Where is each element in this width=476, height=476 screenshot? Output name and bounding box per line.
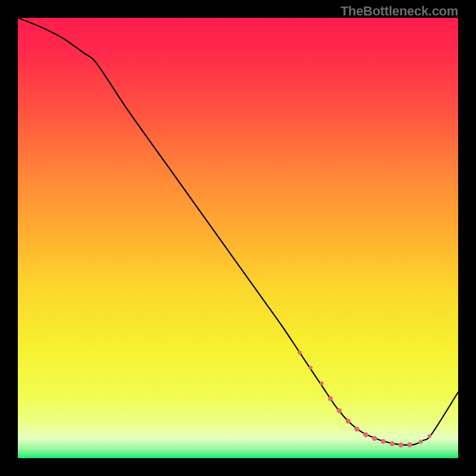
marker-dot (337, 408, 342, 413)
marker-dot (407, 442, 412, 447)
marker-dot (428, 434, 431, 438)
marker-dot (320, 381, 323, 385)
marker-dot (372, 436, 377, 441)
gradient-background (18, 18, 458, 458)
marker-dot (381, 439, 386, 444)
marker-dot (346, 419, 350, 424)
marker-dot (363, 433, 368, 437)
marker-dot (309, 366, 312, 369)
chart-container: TheBottleneck.com (0, 0, 476, 476)
marker-dot (328, 396, 333, 401)
marker-dot (390, 441, 394, 446)
marker-dot (355, 427, 359, 431)
watermark-text: TheBottleneck.com (340, 4, 458, 19)
marker-dot (298, 350, 301, 354)
marker-dot (399, 443, 403, 447)
marker-dot (419, 440, 423, 444)
chart-svg (18, 18, 458, 458)
